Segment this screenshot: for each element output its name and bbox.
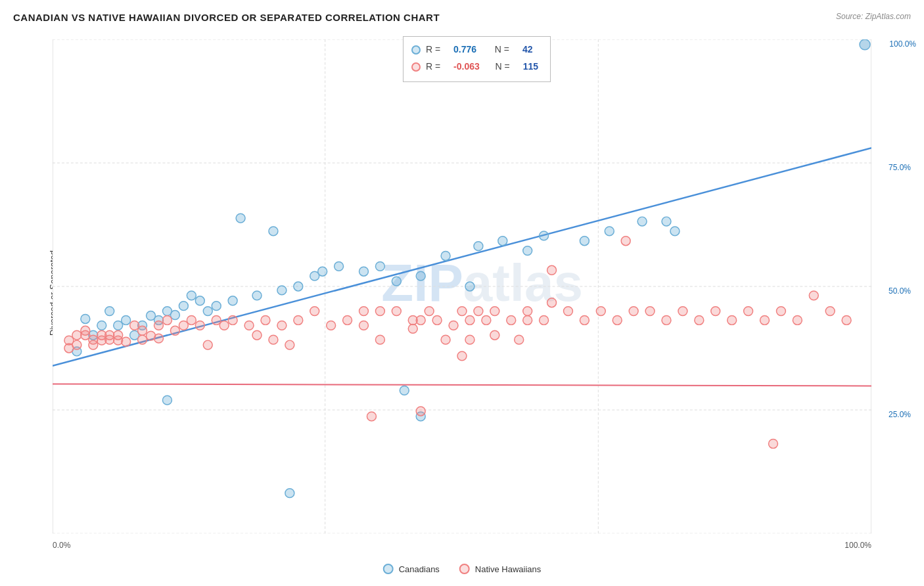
svg-point-144 — [114, 330, 123, 340]
legend-box: R = 0.776 N = 42 R = -0.063 N = 115 — [403, 36, 551, 82]
svg-point-78 — [244, 321, 254, 330]
svg-point-39 — [416, 271, 425, 281]
svg-point-50 — [860, 39, 870, 50]
svg-point-53 — [465, 282, 474, 291]
svg-point-143 — [105, 335, 114, 344]
svg-point-108 — [662, 316, 671, 325]
svg-line-10 — [53, 384, 871, 386]
svg-point-100 — [540, 316, 549, 325]
svg-point-36 — [359, 267, 369, 276]
svg-point-67 — [138, 326, 147, 335]
legend-canadians-label: Canadians — [399, 564, 440, 574]
legend-blue-nvalue: 42 — [522, 42, 533, 58]
svg-point-103 — [580, 316, 589, 325]
svg-point-35 — [335, 261, 344, 271]
svg-point-76 — [219, 321, 229, 330]
svg-point-117 — [809, 291, 818, 300]
svg-point-122 — [769, 440, 778, 449]
svg-point-15 — [105, 307, 114, 316]
y-tick-25: 25.0% — [889, 410, 911, 419]
source-label: Source: ZipAtlas.com — [836, 12, 911, 21]
svg-point-119 — [842, 316, 851, 325]
svg-point-111 — [711, 307, 720, 316]
svg-point-24 — [179, 302, 188, 311]
svg-point-95 — [474, 307, 483, 316]
svg-point-134 — [367, 412, 376, 421]
svg-point-42 — [498, 237, 507, 246]
chart-container: CANADIAN VS NATIVE HAWAIIAN DIVORCED OR … — [0, 0, 924, 586]
svg-point-74 — [195, 321, 204, 330]
svg-point-106 — [629, 307, 638, 316]
svg-point-31 — [277, 286, 287, 295]
svg-point-145 — [138, 335, 147, 344]
svg-point-44 — [540, 231, 549, 240]
svg-point-30 — [252, 291, 262, 300]
legend-row-pink: R = -0.063 N = 115 — [411, 59, 538, 75]
svg-point-115 — [776, 307, 785, 316]
svg-point-38 — [392, 277, 401, 286]
svg-point-34 — [318, 267, 327, 276]
svg-point-28 — [212, 302, 221, 311]
y-tick-50: 50.0% — [889, 286, 911, 296]
svg-point-137 — [523, 316, 532, 325]
svg-point-87 — [392, 307, 401, 316]
svg-point-96 — [482, 316, 491, 325]
svg-point-99 — [523, 307, 532, 316]
svg-point-133 — [359, 307, 369, 316]
y-tick-75: 75.0% — [889, 163, 911, 172]
legend-nativehawaiians: Native Hawaiians — [459, 564, 541, 574]
x-axis-label-left: 0.0% — [53, 541, 70, 550]
x-axis-label-right: 100.0% — [844, 541, 871, 550]
y-tick-100: 100.0% — [889, 39, 916, 49]
svg-point-127 — [375, 335, 384, 344]
svg-point-37 — [375, 261, 384, 271]
svg-point-77 — [228, 316, 237, 325]
svg-point-92 — [449, 321, 458, 330]
scatter-chart — [53, 39, 871, 533]
svg-point-48 — [662, 217, 671, 226]
svg-point-56 — [400, 386, 409, 395]
svg-point-89 — [416, 316, 425, 325]
svg-point-132 — [515, 335, 524, 344]
svg-point-45 — [580, 237, 589, 246]
svg-point-107 — [645, 307, 655, 316]
svg-point-83 — [327, 321, 336, 330]
svg-point-126 — [285, 340, 294, 349]
svg-point-94 — [465, 316, 474, 325]
svg-point-41 — [474, 242, 483, 251]
legend-blue-nlabel: N = — [495, 42, 509, 58]
legend-pink-nlabel: N = — [496, 59, 510, 75]
legend-pink-rvalue: -0.063 — [453, 59, 480, 75]
legend-dot-canadians — [411, 45, 421, 55]
svg-point-81 — [294, 316, 303, 325]
svg-point-12 — [81, 315, 90, 324]
svg-point-91 — [432, 316, 442, 325]
svg-point-79 — [261, 316, 270, 325]
svg-point-14 — [97, 321, 106, 330]
svg-point-32 — [294, 282, 303, 291]
legend-nativehawaiians-dot — [459, 564, 470, 574]
legend-nativehawaiians-label: Native Hawaiians — [475, 564, 541, 574]
svg-point-69 — [154, 321, 164, 330]
svg-point-82 — [310, 307, 319, 316]
svg-point-110 — [695, 316, 704, 325]
svg-point-80 — [277, 321, 287, 330]
svg-point-73 — [187, 316, 196, 325]
svg-point-17 — [122, 316, 131, 325]
svg-point-125 — [269, 335, 278, 344]
legend-pink-rlabel: R = — [426, 59, 440, 75]
svg-point-49 — [670, 227, 680, 236]
svg-point-129 — [441, 335, 450, 344]
svg-point-124 — [252, 330, 262, 340]
svg-point-136 — [457, 351, 467, 361]
svg-point-43 — [523, 246, 532, 256]
svg-point-55 — [285, 489, 294, 498]
svg-point-116 — [793, 316, 802, 325]
svg-point-135 — [416, 407, 425, 416]
svg-point-121 — [547, 265, 557, 275]
legend-row-blue: R = 0.776 N = 42 — [411, 42, 538, 58]
svg-point-131 — [490, 330, 499, 340]
svg-point-141 — [89, 335, 98, 344]
legend-pink-nvalue: 115 — [523, 59, 538, 75]
svg-point-27 — [203, 307, 212, 316]
